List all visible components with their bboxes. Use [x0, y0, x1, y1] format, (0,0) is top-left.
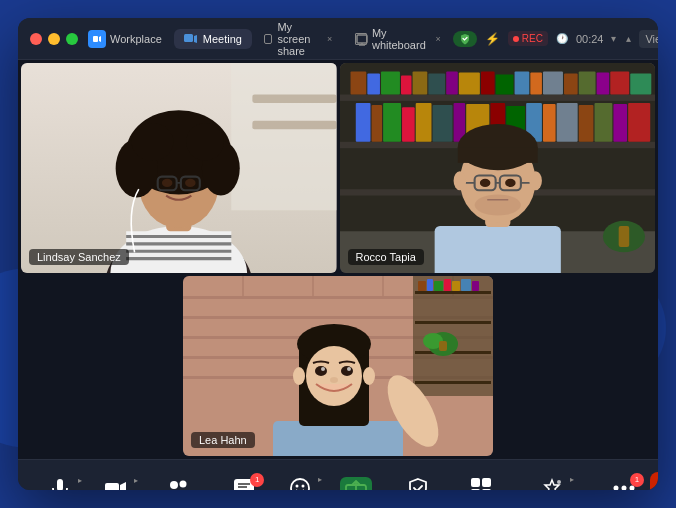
brand-area: Workplace — [88, 30, 162, 48]
svg-rect-0 — [93, 36, 98, 42]
tab-screen-share[interactable]: My screen share × — [254, 18, 343, 61]
audio-button[interactable]: ▸ Audio — [34, 472, 86, 490]
svg-rect-106 — [415, 381, 491, 384]
svg-rect-2 — [184, 34, 193, 42]
svg-rect-109 — [434, 281, 443, 291]
ai-icon — [540, 478, 564, 490]
host-tools-button[interactable]: Host tools — [386, 471, 450, 490]
host-tools-icon-area — [404, 477, 432, 490]
svg-rect-45 — [446, 71, 458, 94]
svg-rect-112 — [461, 279, 471, 291]
svg-point-127 — [347, 367, 351, 371]
whiteboard-icon-svg — [356, 34, 368, 46]
share-button[interactable]: Share — [330, 471, 382, 490]
tab-meeting-label: Meeting — [203, 33, 242, 45]
tab-whiteboard[interactable]: My whiteboard × — [345, 23, 453, 55]
svg-rect-44 — [428, 74, 445, 95]
svg-point-153 — [614, 485, 619, 490]
microphone-icon — [51, 478, 69, 490]
video-caret-icon: ▸ — [134, 476, 138, 485]
end-button[interactable]: End — [650, 472, 658, 490]
svg-rect-51 — [542, 71, 562, 94]
participant-label-lindsay: Lindsay Sanchez — [29, 249, 129, 265]
svg-rect-36 — [340, 95, 656, 101]
svg-point-27 — [131, 123, 173, 161]
svg-point-87 — [505, 179, 516, 187]
react-caret-icon: ▸ — [318, 475, 322, 484]
svg-rect-57 — [355, 103, 370, 142]
audio-icon-area: ▸ — [46, 478, 74, 490]
more-badge: 1 — [630, 473, 644, 487]
views-label: Views — [645, 33, 658, 45]
svg-rect-70 — [578, 105, 593, 142]
chat-button[interactable]: 1 Chat — [218, 471, 270, 490]
svg-point-123 — [306, 346, 362, 406]
svg-point-142 — [291, 479, 309, 490]
svg-rect-80 — [457, 147, 537, 163]
svg-rect-72 — [613, 104, 627, 142]
video-cell-rocco: Rocco Tapia — [340, 63, 656, 273]
views-button[interactable]: Views — [639, 30, 658, 48]
apps-icon — [470, 477, 492, 490]
svg-rect-14 — [252, 121, 336, 129]
more-button[interactable]: 1 More — [598, 471, 650, 490]
video-icon-area: ▸ — [102, 478, 130, 490]
video-lindsay-bg — [21, 63, 337, 273]
close-button[interactable] — [30, 33, 42, 45]
ai-companion-button[interactable]: ▸ AI Companion — [511, 471, 594, 490]
apps-button[interactable]: Apps — [455, 471, 507, 490]
participants-button[interactable]: Participants — [142, 471, 214, 490]
svg-rect-60 — [402, 107, 415, 142]
screen-share-tab-icon — [264, 34, 273, 44]
toolbar-center: Participants 1 Chat — [142, 471, 650, 490]
app-window: Workplace Meeting My screen share × — [18, 18, 658, 490]
svg-rect-46 — [458, 72, 479, 94]
svg-rect-134 — [105, 483, 119, 490]
tab-screen-close[interactable]: × — [326, 33, 333, 45]
video-cell-lea: Lea Hahn — [183, 276, 493, 456]
minimize-button[interactable] — [48, 33, 60, 45]
svg-point-32 — [162, 179, 173, 187]
svg-rect-39 — [350, 71, 366, 94]
react-button[interactable]: ▸ React — [274, 471, 326, 490]
react-icon — [289, 477, 311, 490]
meeting-tab-icon — [184, 34, 198, 44]
chevron-down-icon[interactable]: ▾ — [611, 33, 616, 44]
maximize-button[interactable] — [66, 33, 78, 45]
svg-rect-113 — [472, 281, 479, 291]
svg-rect-76 — [434, 226, 560, 273]
svg-rect-73 — [628, 103, 650, 142]
tab-whiteboard-close[interactable]: × — [433, 33, 442, 45]
svg-point-130 — [363, 367, 375, 385]
svg-point-136 — [170, 481, 178, 489]
chat-icon-area: 1 — [230, 477, 258, 490]
svg-point-91 — [529, 171, 542, 190]
lightning-icon: ⚡ — [485, 32, 500, 46]
video-button[interactable]: ▸ Video — [90, 472, 142, 490]
tab-screen-label: My screen share — [277, 21, 321, 57]
security-badge[interactable] — [453, 31, 477, 47]
chevron-up-icon[interactable]: ▴ — [626, 33, 631, 44]
titlebar: Workplace Meeting My screen share × — [18, 18, 658, 60]
toolbar: ▸ Audio ▸ Video — [18, 459, 658, 490]
svg-rect-12 — [231, 63, 336, 210]
react-icon-area: ▸ — [286, 477, 314, 490]
clock-icon: 🕐 — [556, 33, 568, 44]
tabs-area: Meeting My screen share × My whiteboard — [174, 18, 453, 61]
titlebar-right: ⚡ REC 🕐 00:24 ▾ ▴ Views — [453, 30, 658, 48]
video-cell-lindsay: Lindsay Sanchez — [21, 63, 337, 273]
svg-rect-49 — [514, 71, 529, 94]
svg-point-28 — [186, 123, 224, 161]
svg-rect-41 — [381, 71, 400, 94]
svg-rect-56 — [630, 74, 651, 95]
svg-rect-147 — [471, 478, 480, 487]
svg-rect-52 — [564, 74, 578, 95]
svg-rect-55 — [610, 71, 629, 94]
svg-marker-3 — [194, 35, 197, 43]
svg-point-86 — [479, 179, 490, 187]
tab-meeting[interactable]: Meeting — [174, 29, 252, 49]
shield-icon — [460, 33, 470, 45]
participants-icon — [166, 479, 190, 490]
svg-rect-4 — [357, 35, 367, 43]
svg-rect-71 — [594, 103, 612, 142]
